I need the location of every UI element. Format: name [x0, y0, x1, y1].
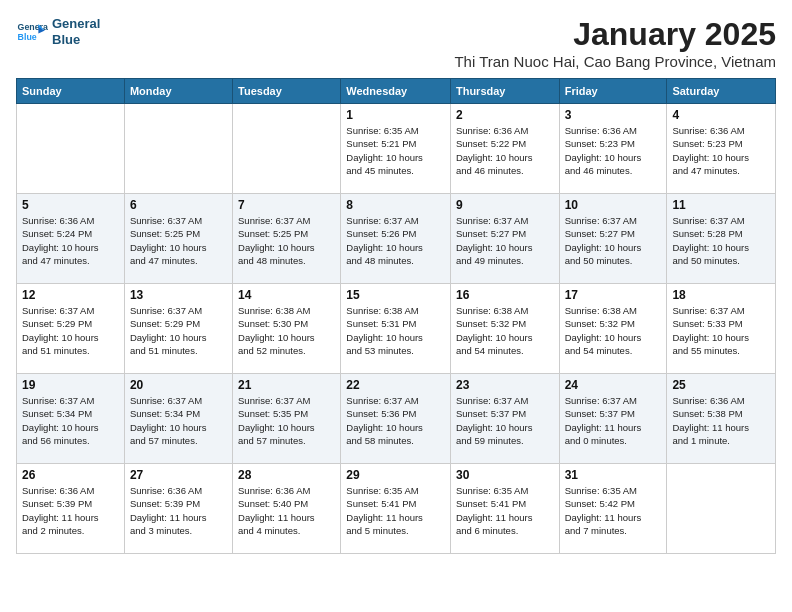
week-row-0: 1Sunrise: 6:35 AM Sunset: 5:21 PM Daylig… [17, 104, 776, 194]
page-title: January 2025 [454, 16, 776, 53]
week-row-3: 19Sunrise: 6:37 AM Sunset: 5:34 PM Dayli… [17, 374, 776, 464]
day-number: 4 [672, 108, 770, 122]
logo-line1: General [52, 16, 100, 32]
day-number: 31 [565, 468, 662, 482]
day-number: 9 [456, 198, 554, 212]
day-number: 28 [238, 468, 335, 482]
day-info: Sunrise: 6:37 AM Sunset: 5:36 PM Dayligh… [346, 394, 445, 447]
calendar-header-row: SundayMondayTuesdayWednesdayThursdayFrid… [17, 79, 776, 104]
day-number: 12 [22, 288, 119, 302]
day-info: Sunrise: 6:37 AM Sunset: 5:37 PM Dayligh… [565, 394, 662, 447]
day-number: 5 [22, 198, 119, 212]
day-info: Sunrise: 6:37 AM Sunset: 5:35 PM Dayligh… [238, 394, 335, 447]
column-header-sunday: Sunday [17, 79, 125, 104]
day-number: 2 [456, 108, 554, 122]
day-cell: 25Sunrise: 6:36 AM Sunset: 5:38 PM Dayli… [667, 374, 776, 464]
day-info: Sunrise: 6:38 AM Sunset: 5:32 PM Dayligh… [456, 304, 554, 357]
day-info: Sunrise: 6:37 AM Sunset: 5:28 PM Dayligh… [672, 214, 770, 267]
day-number: 3 [565, 108, 662, 122]
day-info: Sunrise: 6:37 AM Sunset: 5:33 PM Dayligh… [672, 304, 770, 357]
day-cell: 21Sunrise: 6:37 AM Sunset: 5:35 PM Dayli… [233, 374, 341, 464]
day-info: Sunrise: 6:36 AM Sunset: 5:38 PM Dayligh… [672, 394, 770, 447]
day-number: 11 [672, 198, 770, 212]
day-info: Sunrise: 6:37 AM Sunset: 5:34 PM Dayligh… [130, 394, 227, 447]
day-cell [233, 104, 341, 194]
day-cell: 2Sunrise: 6:36 AM Sunset: 5:22 PM Daylig… [450, 104, 559, 194]
day-info: Sunrise: 6:37 AM Sunset: 5:26 PM Dayligh… [346, 214, 445, 267]
day-cell [17, 104, 125, 194]
day-cell: 17Sunrise: 6:38 AM Sunset: 5:32 PM Dayli… [559, 284, 667, 374]
day-info: Sunrise: 6:36 AM Sunset: 5:24 PM Dayligh… [22, 214, 119, 267]
day-cell: 29Sunrise: 6:35 AM Sunset: 5:41 PM Dayli… [341, 464, 451, 554]
day-info: Sunrise: 6:35 AM Sunset: 5:42 PM Dayligh… [565, 484, 662, 537]
day-cell: 27Sunrise: 6:36 AM Sunset: 5:39 PM Dayli… [124, 464, 232, 554]
day-cell: 28Sunrise: 6:36 AM Sunset: 5:40 PM Dayli… [233, 464, 341, 554]
day-cell: 20Sunrise: 6:37 AM Sunset: 5:34 PM Dayli… [124, 374, 232, 464]
day-cell: 19Sunrise: 6:37 AM Sunset: 5:34 PM Dayli… [17, 374, 125, 464]
day-info: Sunrise: 6:37 AM Sunset: 5:25 PM Dayligh… [130, 214, 227, 267]
day-cell: 13Sunrise: 6:37 AM Sunset: 5:29 PM Dayli… [124, 284, 232, 374]
day-info: Sunrise: 6:36 AM Sunset: 5:39 PM Dayligh… [22, 484, 119, 537]
logo-icon: General Blue [16, 16, 48, 48]
day-cell: 8Sunrise: 6:37 AM Sunset: 5:26 PM Daylig… [341, 194, 451, 284]
column-header-wednesday: Wednesday [341, 79, 451, 104]
day-cell: 3Sunrise: 6:36 AM Sunset: 5:23 PM Daylig… [559, 104, 667, 194]
day-info: Sunrise: 6:37 AM Sunset: 5:27 PM Dayligh… [456, 214, 554, 267]
calendar-body: 1Sunrise: 6:35 AM Sunset: 5:21 PM Daylig… [17, 104, 776, 554]
day-number: 7 [238, 198, 335, 212]
day-cell: 31Sunrise: 6:35 AM Sunset: 5:42 PM Dayli… [559, 464, 667, 554]
day-info: Sunrise: 6:35 AM Sunset: 5:41 PM Dayligh… [456, 484, 554, 537]
day-number: 16 [456, 288, 554, 302]
column-header-friday: Friday [559, 79, 667, 104]
day-number: 27 [130, 468, 227, 482]
day-cell [124, 104, 232, 194]
day-number: 1 [346, 108, 445, 122]
day-number: 10 [565, 198, 662, 212]
day-number: 8 [346, 198, 445, 212]
day-info: Sunrise: 6:35 AM Sunset: 5:21 PM Dayligh… [346, 124, 445, 177]
day-number: 18 [672, 288, 770, 302]
page-subtitle: Thi Tran Nuoc Hai, Cao Bang Province, Vi… [454, 53, 776, 70]
day-info: Sunrise: 6:38 AM Sunset: 5:31 PM Dayligh… [346, 304, 445, 357]
week-row-1: 5Sunrise: 6:36 AM Sunset: 5:24 PM Daylig… [17, 194, 776, 284]
day-cell: 7Sunrise: 6:37 AM Sunset: 5:25 PM Daylig… [233, 194, 341, 284]
day-info: Sunrise: 6:37 AM Sunset: 5:37 PM Dayligh… [456, 394, 554, 447]
day-number: 14 [238, 288, 335, 302]
day-cell: 1Sunrise: 6:35 AM Sunset: 5:21 PM Daylig… [341, 104, 451, 194]
day-cell: 6Sunrise: 6:37 AM Sunset: 5:25 PM Daylig… [124, 194, 232, 284]
day-info: Sunrise: 6:38 AM Sunset: 5:32 PM Dayligh… [565, 304, 662, 357]
column-header-tuesday: Tuesday [233, 79, 341, 104]
day-number: 26 [22, 468, 119, 482]
day-number: 25 [672, 378, 770, 392]
week-row-4: 26Sunrise: 6:36 AM Sunset: 5:39 PM Dayli… [17, 464, 776, 554]
day-number: 22 [346, 378, 445, 392]
week-row-2: 12Sunrise: 6:37 AM Sunset: 5:29 PM Dayli… [17, 284, 776, 374]
logo: General Blue General Blue [16, 16, 100, 48]
day-info: Sunrise: 6:37 AM Sunset: 5:25 PM Dayligh… [238, 214, 335, 267]
day-info: Sunrise: 6:38 AM Sunset: 5:30 PM Dayligh… [238, 304, 335, 357]
logo-line2: Blue [52, 32, 100, 48]
day-number: 15 [346, 288, 445, 302]
day-info: Sunrise: 6:37 AM Sunset: 5:34 PM Dayligh… [22, 394, 119, 447]
day-cell: 11Sunrise: 6:37 AM Sunset: 5:28 PM Dayli… [667, 194, 776, 284]
day-cell: 15Sunrise: 6:38 AM Sunset: 5:31 PM Dayli… [341, 284, 451, 374]
column-header-monday: Monday [124, 79, 232, 104]
day-cell: 24Sunrise: 6:37 AM Sunset: 5:37 PM Dayli… [559, 374, 667, 464]
day-number: 23 [456, 378, 554, 392]
day-cell: 18Sunrise: 6:37 AM Sunset: 5:33 PM Dayli… [667, 284, 776, 374]
day-number: 29 [346, 468, 445, 482]
day-info: Sunrise: 6:36 AM Sunset: 5:23 PM Dayligh… [565, 124, 662, 177]
day-cell: 12Sunrise: 6:37 AM Sunset: 5:29 PM Dayli… [17, 284, 125, 374]
day-info: Sunrise: 6:37 AM Sunset: 5:29 PM Dayligh… [22, 304, 119, 357]
day-number: 17 [565, 288, 662, 302]
day-info: Sunrise: 6:35 AM Sunset: 5:41 PM Dayligh… [346, 484, 445, 537]
day-info: Sunrise: 6:36 AM Sunset: 5:22 PM Dayligh… [456, 124, 554, 177]
day-cell: 4Sunrise: 6:36 AM Sunset: 5:23 PM Daylig… [667, 104, 776, 194]
day-number: 13 [130, 288, 227, 302]
day-info: Sunrise: 6:37 AM Sunset: 5:27 PM Dayligh… [565, 214, 662, 267]
day-info: Sunrise: 6:36 AM Sunset: 5:39 PM Dayligh… [130, 484, 227, 537]
day-cell: 26Sunrise: 6:36 AM Sunset: 5:39 PM Dayli… [17, 464, 125, 554]
title-section: January 2025 Thi Tran Nuoc Hai, Cao Bang… [454, 16, 776, 70]
day-info: Sunrise: 6:36 AM Sunset: 5:23 PM Dayligh… [672, 124, 770, 177]
day-number: 19 [22, 378, 119, 392]
